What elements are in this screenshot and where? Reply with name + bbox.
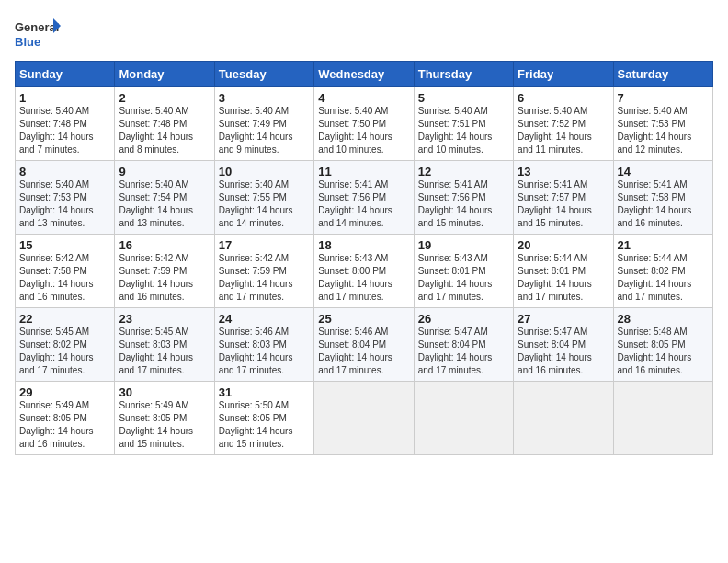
week-row-1: 1Sunrise: 5:40 AM Sunset: 7:48 PM Daylig… (16, 87, 713, 161)
table-row: 21Sunrise: 5:44 AM Sunset: 8:02 PM Dayli… (613, 235, 712, 308)
table-row: 25Sunrise: 5:46 AM Sunset: 8:04 PM Dayli… (314, 308, 414, 382)
table-row: 18Sunrise: 5:43 AM Sunset: 8:00 PM Dayli… (314, 235, 414, 308)
day-number: 28 (618, 312, 709, 326)
day-info: Sunrise: 5:42 AM Sunset: 7:59 PM Dayligh… (119, 252, 210, 304)
table-row: 19Sunrise: 5:43 AM Sunset: 8:01 PM Dayli… (414, 235, 513, 308)
table-row: 3Sunrise: 5:40 AM Sunset: 7:49 PM Daylig… (214, 87, 313, 161)
table-row: 2Sunrise: 5:40 AM Sunset: 7:48 PM Daylig… (115, 87, 214, 161)
day-info: Sunrise: 5:41 AM Sunset: 7:56 PM Dayligh… (418, 178, 509, 230)
day-info: Sunrise: 5:40 AM Sunset: 7:48 PM Dayligh… (19, 105, 110, 156)
day-info: Sunrise: 5:49 AM Sunset: 8:05 PM Dayligh… (19, 399, 110, 451)
calendar-header-row: SundayMondayTuesdayWednesdayThursdayFrid… (16, 62, 713, 87)
day-number: 4 (318, 91, 409, 105)
day-number: 7 (618, 91, 709, 105)
day-info: Sunrise: 5:46 AM Sunset: 8:03 PM Dayligh… (219, 326, 310, 377)
day-number: 17 (219, 238, 310, 252)
header-saturday: Saturday (613, 62, 712, 87)
day-number: 6 (518, 91, 609, 105)
table-row: 15Sunrise: 5:42 AM Sunset: 7:58 PM Dayli… (16, 235, 115, 308)
day-number: 21 (618, 238, 709, 252)
day-number: 8 (19, 165, 110, 178)
table-row: 17Sunrise: 5:42 AM Sunset: 7:59 PM Dayli… (214, 235, 313, 308)
day-info: Sunrise: 5:40 AM Sunset: 7:49 PM Dayligh… (219, 105, 310, 156)
day-info: Sunrise: 5:40 AM Sunset: 7:55 PM Dayligh… (219, 178, 310, 230)
table-row: 10Sunrise: 5:40 AM Sunset: 7:55 PM Dayli… (214, 161, 313, 235)
table-row: 5Sunrise: 5:40 AM Sunset: 7:51 PM Daylig… (414, 87, 513, 161)
header-sunday: Sunday (16, 62, 115, 87)
day-number: 26 (418, 312, 509, 326)
day-number: 14 (618, 165, 709, 178)
day-info: Sunrise: 5:47 AM Sunset: 8:04 PM Dayligh… (518, 326, 609, 377)
week-row-4: 22Sunrise: 5:45 AM Sunset: 8:02 PM Dayli… (16, 308, 713, 382)
day-number: 23 (119, 312, 210, 326)
svg-text:General: General (15, 20, 59, 34)
day-info: Sunrise: 5:43 AM Sunset: 8:00 PM Dayligh… (318, 252, 409, 304)
day-info: Sunrise: 5:40 AM Sunset: 7:52 PM Dayligh… (518, 105, 609, 156)
week-row-5: 29Sunrise: 5:49 AM Sunset: 8:05 PM Dayli… (16, 382, 713, 455)
day-info: Sunrise: 5:40 AM Sunset: 7:54 PM Dayligh… (119, 178, 210, 230)
calendar-table: SundayMondayTuesdayWednesdayThursdayFrid… (15, 61, 713, 455)
logo-svg: General Blue (15, 15, 61, 52)
table-row: 23Sunrise: 5:45 AM Sunset: 8:03 PM Dayli… (115, 308, 214, 382)
header-friday: Friday (514, 62, 613, 87)
day-number: 16 (119, 238, 210, 252)
table-row (613, 382, 712, 455)
day-info: Sunrise: 5:40 AM Sunset: 7:50 PM Dayligh… (318, 105, 409, 156)
table-row: 16Sunrise: 5:42 AM Sunset: 7:59 PM Dayli… (115, 235, 214, 308)
day-number: 5 (418, 91, 509, 105)
table-row: 14Sunrise: 5:41 AM Sunset: 7:58 PM Dayli… (613, 161, 712, 235)
table-row: 20Sunrise: 5:44 AM Sunset: 8:01 PM Dayli… (514, 235, 613, 308)
day-info: Sunrise: 5:40 AM Sunset: 7:51 PM Dayligh… (418, 105, 509, 156)
header-wednesday: Wednesday (314, 62, 414, 87)
table-row: 24Sunrise: 5:46 AM Sunset: 8:03 PM Dayli… (214, 308, 313, 382)
day-number: 30 (119, 385, 210, 399)
day-number: 15 (19, 238, 110, 252)
svg-text:Blue: Blue (15, 35, 40, 49)
table-row (414, 382, 513, 455)
table-row: 8Sunrise: 5:40 AM Sunset: 7:53 PM Daylig… (16, 161, 115, 235)
day-number: 9 (119, 165, 210, 178)
day-info: Sunrise: 5:45 AM Sunset: 8:03 PM Dayligh… (119, 326, 210, 377)
day-info: Sunrise: 5:44 AM Sunset: 8:02 PM Dayligh… (618, 252, 709, 304)
day-number: 2 (119, 91, 210, 105)
day-info: Sunrise: 5:47 AM Sunset: 8:04 PM Dayligh… (418, 326, 509, 377)
day-info: Sunrise: 5:41 AM Sunset: 7:58 PM Dayligh… (618, 178, 709, 230)
table-row (314, 382, 414, 455)
day-number: 19 (418, 238, 509, 252)
day-number: 22 (19, 312, 110, 326)
day-number: 13 (518, 165, 609, 178)
day-info: Sunrise: 5:44 AM Sunset: 8:01 PM Dayligh… (518, 252, 609, 304)
table-row: 7Sunrise: 5:40 AM Sunset: 7:53 PM Daylig… (613, 87, 712, 161)
day-info: Sunrise: 5:50 AM Sunset: 8:05 PM Dayligh… (219, 399, 310, 451)
table-row: 4Sunrise: 5:40 AM Sunset: 7:50 PM Daylig… (314, 87, 414, 161)
day-number: 25 (318, 312, 409, 326)
day-info: Sunrise: 5:42 AM Sunset: 7:59 PM Dayligh… (219, 252, 310, 304)
day-info: Sunrise: 5:42 AM Sunset: 7:58 PM Dayligh… (19, 252, 110, 304)
table-row: 27Sunrise: 5:47 AM Sunset: 8:04 PM Dayli… (514, 308, 613, 382)
day-info: Sunrise: 5:49 AM Sunset: 8:05 PM Dayligh… (119, 399, 210, 451)
day-info: Sunrise: 5:40 AM Sunset: 7:53 PM Dayligh… (19, 178, 110, 230)
day-number: 3 (219, 91, 310, 105)
day-number: 10 (219, 165, 310, 178)
table-row: 9Sunrise: 5:40 AM Sunset: 7:54 PM Daylig… (115, 161, 214, 235)
table-row: 6Sunrise: 5:40 AM Sunset: 7:52 PM Daylig… (514, 87, 613, 161)
day-number: 1 (19, 91, 110, 105)
day-number: 24 (219, 312, 310, 326)
day-info: Sunrise: 5:48 AM Sunset: 8:05 PM Dayligh… (618, 326, 709, 377)
header-tuesday: Tuesday (214, 62, 313, 87)
header-thursday: Thursday (414, 62, 513, 87)
day-number: 12 (418, 165, 509, 178)
week-row-2: 8Sunrise: 5:40 AM Sunset: 7:53 PM Daylig… (16, 161, 713, 235)
day-number: 31 (219, 385, 310, 399)
table-row: 1Sunrise: 5:40 AM Sunset: 7:48 PM Daylig… (16, 87, 115, 161)
table-row: 11Sunrise: 5:41 AM Sunset: 7:56 PM Dayli… (314, 161, 414, 235)
day-number: 29 (19, 385, 110, 399)
table-row: 30Sunrise: 5:49 AM Sunset: 8:05 PM Dayli… (115, 382, 214, 455)
day-number: 20 (518, 238, 609, 252)
day-info: Sunrise: 5:46 AM Sunset: 8:04 PM Dayligh… (318, 326, 409, 377)
table-row: 13Sunrise: 5:41 AM Sunset: 7:57 PM Dayli… (514, 161, 613, 235)
logo: General Blue (15, 15, 61, 52)
table-row: 12Sunrise: 5:41 AM Sunset: 7:56 PM Dayli… (414, 161, 513, 235)
day-info: Sunrise: 5:45 AM Sunset: 8:02 PM Dayligh… (19, 326, 110, 377)
header: General Blue (15, 15, 713, 52)
